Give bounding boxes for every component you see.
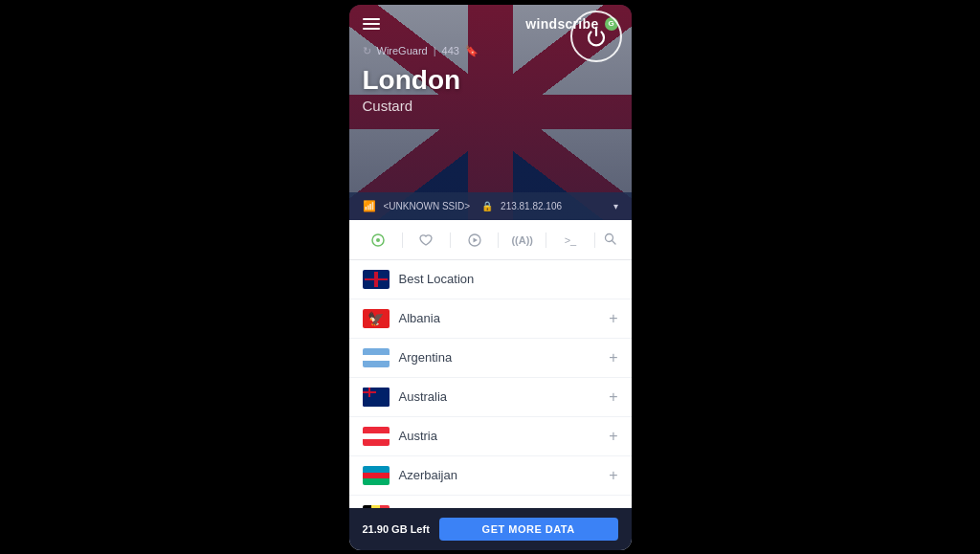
power-button[interactable] bbox=[570, 11, 622, 62]
tab-divider-2 bbox=[450, 233, 451, 248]
tab-streaming[interactable] bbox=[455, 229, 494, 252]
list-item[interactable]: Belgium + bbox=[349, 496, 632, 508]
best-location-label: Best Location bbox=[399, 272, 475, 286]
tab-static[interactable]: ((A)) bbox=[502, 231, 542, 250]
get-more-data-button[interactable]: GET MORE DATA bbox=[439, 518, 618, 541]
power-icon bbox=[583, 23, 610, 50]
list-item[interactable]: Argentina + bbox=[349, 339, 632, 378]
ssid-text: <UNKNOWN SSID> bbox=[384, 201, 471, 211]
albania-emblem: 🦅 bbox=[368, 311, 384, 326]
list-item[interactable]: 🦅 Albania + bbox=[349, 299, 632, 339]
list-item[interactable]: Azerbaijan + bbox=[349, 456, 632, 496]
expand-icon[interactable]: + bbox=[609, 428, 617, 445]
flag-azerbaijan bbox=[363, 466, 390, 485]
flag-austria bbox=[363, 427, 390, 446]
header-content: windscribe G ↻ bbox=[349, 5, 632, 220]
network-bar[interactable]: 📶 <UNKNOWN SSID> 🔒 213.81.82.106 ▾ bbox=[349, 192, 632, 220]
svg-line-6 bbox=[612, 240, 615, 244]
protocol-text: WireGuard bbox=[377, 45, 428, 56]
static-icon: ((A)) bbox=[511, 234, 533, 246]
tab-divider-4 bbox=[546, 233, 546, 248]
list-item[interactable]: Australia + bbox=[349, 378, 632, 417]
country-name: Argentina bbox=[399, 350, 600, 365]
country-name: Azerbaijan bbox=[399, 468, 600, 482]
wifi-icon: 📶 bbox=[363, 200, 376, 212]
list-item[interactable]: Austria + bbox=[349, 417, 632, 456]
tab-terminal[interactable]: >_ bbox=[550, 231, 590, 250]
power-button-area bbox=[570, 11, 622, 62]
country-list: Best Location 🦅 Albania + Argentina + bbox=[349, 260, 632, 508]
tab-all[interactable] bbox=[359, 229, 398, 252]
tab-favorites[interactable] bbox=[407, 229, 446, 252]
data-remaining: 21.90 GB Left bbox=[363, 523, 430, 535]
top-bar: windscribe G bbox=[349, 5, 632, 39]
search-button[interactable] bbox=[599, 228, 622, 254]
menu-button[interactable] bbox=[363, 18, 380, 30]
flag-best-location bbox=[363, 270, 390, 289]
svg-point-2 bbox=[376, 238, 380, 242]
terminal-icon: >_ bbox=[565, 234, 577, 246]
header: windscribe G ↻ bbox=[349, 5, 632, 220]
tab-divider-5 bbox=[594, 233, 595, 248]
bottom-bar: 21.90 GB Left GET MORE DATA bbox=[349, 508, 632, 550]
expand-icon[interactable]: + bbox=[609, 349, 617, 366]
tab-divider-1 bbox=[402, 233, 403, 248]
country-name: Australia bbox=[399, 389, 600, 404]
chevron-down-icon: ▾ bbox=[613, 201, 618, 211]
country-name: Albania bbox=[399, 311, 600, 325]
city-name: London bbox=[349, 61, 632, 98]
flag-argentina bbox=[363, 348, 390, 367]
list-item[interactable]: Best Location bbox=[349, 260, 632, 299]
tab-divider-3 bbox=[498, 233, 499, 248]
server-name: Custard bbox=[349, 98, 632, 114]
flag-albania: 🦅 bbox=[363, 309, 390, 328]
ip-text: 213.81.82.106 bbox=[501, 201, 605, 211]
port-text: 443 bbox=[442, 45, 459, 56]
list-area: ((A)) >_ Best Location 🦅 bbox=[349, 220, 632, 550]
tab-bar: ((A)) >_ bbox=[349, 220, 632, 260]
country-name: Austria bbox=[399, 429, 600, 443]
expand-icon[interactable]: + bbox=[609, 467, 617, 484]
refresh-icon: ↻ bbox=[363, 45, 371, 57]
svg-marker-4 bbox=[473, 238, 478, 243]
expand-icon[interactable]: + bbox=[609, 388, 617, 406]
app-container: windscribe G ↻ bbox=[349, 5, 632, 550]
divider: | bbox=[434, 45, 436, 56]
flag-belgium bbox=[363, 505, 390, 508]
bookmark-icon: 🔖 bbox=[465, 45, 479, 57]
expand-icon[interactable]: + bbox=[609, 310, 617, 327]
flag-australia bbox=[363, 388, 390, 407]
lock-icon: 🔒 bbox=[481, 201, 493, 211]
